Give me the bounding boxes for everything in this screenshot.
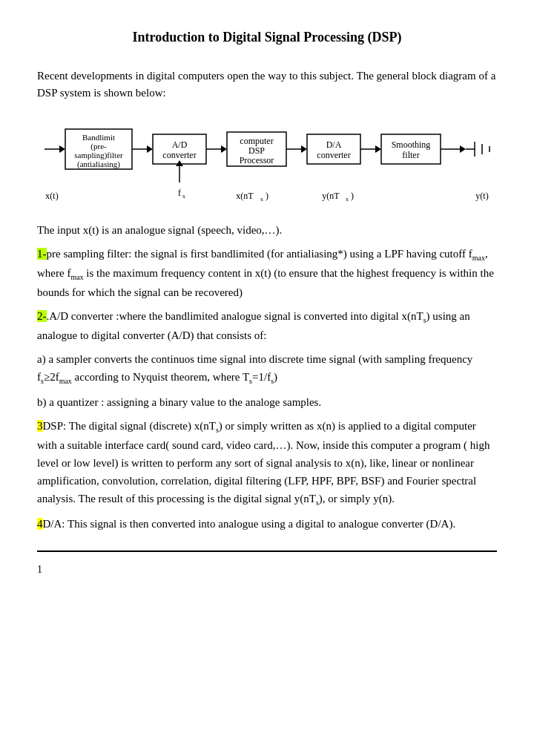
item4-text: D/A: This signal is then converted into … (43, 518, 456, 530)
svg-text:x(nT: x(nT (236, 191, 254, 201)
svg-marker-21 (301, 145, 307, 153)
item2a-text4: =1/f (252, 371, 271, 383)
paragraph-item2b: b) a quantizer : assigning a binary valu… (37, 393, 497, 411)
item1-text: pre sampling filter: the signal is first… (47, 248, 472, 260)
item1-text-c: is the maximum frequency content in x(t)… (37, 267, 494, 298)
svg-marker-8 (147, 145, 153, 153)
svg-text:f: f (178, 188, 181, 198)
paragraph-item2: 2-.A/D converter :where the bandlimited … (37, 307, 497, 344)
item2a-text5: ) (274, 371, 277, 383)
svg-text:s: s (182, 192, 185, 200)
item4-number: 4 (37, 518, 43, 530)
text-p1: The input x(t) is an analogue signal (sp… (37, 224, 282, 236)
svg-text:Processor: Processor (240, 155, 274, 165)
body-content: The input x(t) is an analogue signal (sp… (37, 221, 497, 533)
paragraph-item1: 1-pre sampling filter: the signal is fir… (37, 245, 497, 301)
item2a-text3: according to Nyquist theorem, where T (72, 371, 249, 383)
svg-text:A/D: A/D (172, 139, 188, 150)
svg-text:): ) (266, 191, 268, 201)
block-diagram: Bandlimit (pre- sampling)filter (antiali… (37, 116, 497, 208)
item2-number: 2- (37, 310, 47, 322)
svg-text:converter: converter (317, 150, 350, 160)
item3-text: DSP: The digital signal (discrete) x(nT (43, 420, 216, 432)
paragraph-item3: 3DSP: The digital signal (discrete) x(nT… (37, 417, 497, 509)
svg-text:): ) (351, 191, 354, 201)
svg-text:filter: filter (402, 150, 419, 160)
item2a-sub-max: max (59, 377, 72, 385)
paragraph-item2a: a) a sampler converts the continuos time… (37, 350, 497, 387)
svg-text:DSP: DSP (248, 145, 265, 156)
svg-marker-26 (375, 145, 381, 153)
item1-sub-max: max (472, 254, 485, 262)
page-number: 1 (37, 564, 497, 576)
svg-text:(antialiasing): (antialiasing) (77, 160, 120, 169)
horizontal-rule (37, 550, 497, 552)
page-title: Introduction to Digital Signal Processin… (37, 30, 497, 45)
svg-text:computer: computer (240, 136, 273, 146)
item3-text-c: ), or simply y(n). (319, 493, 395, 504)
svg-marker-1 (59, 145, 65, 153)
svg-marker-15 (221, 145, 227, 153)
item3-text-b: ) or simply written as x(n) is applied t… (37, 420, 490, 504)
intro-paragraph: Recent developments in digital computers… (37, 68, 497, 101)
item2a-text2: ≥2f (44, 371, 59, 383)
svg-text:s: s (260, 195, 263, 203)
item1-sub-max2: max (70, 273, 83, 281)
item2-text: .A/D converter :where the bandlimited an… (47, 310, 423, 322)
svg-text:Smoothing: Smoothing (392, 139, 431, 150)
svg-text:Bandlimit: Bandlimit (82, 133, 115, 142)
paragraph-1: The input x(t) is an analogue signal (sp… (37, 221, 497, 239)
item3-number: 3 (37, 420, 43, 432)
svg-text:y(t): y(t) (475, 191, 488, 201)
svg-text:y(nT: y(nT (322, 191, 340, 201)
svg-text:x(t): x(t) (45, 191, 58, 201)
item2b-text: b) a quantizer : assigning a binary valu… (37, 396, 321, 408)
paragraph-item4: 4D/A: This signal is then converted into… (37, 515, 497, 533)
svg-text:D/A: D/A (326, 139, 342, 150)
svg-text:converter: converter (162, 150, 196, 160)
svg-text:s: s (346, 195, 349, 203)
svg-marker-31 (460, 145, 466, 153)
item1-number: 1- (37, 248, 47, 260)
